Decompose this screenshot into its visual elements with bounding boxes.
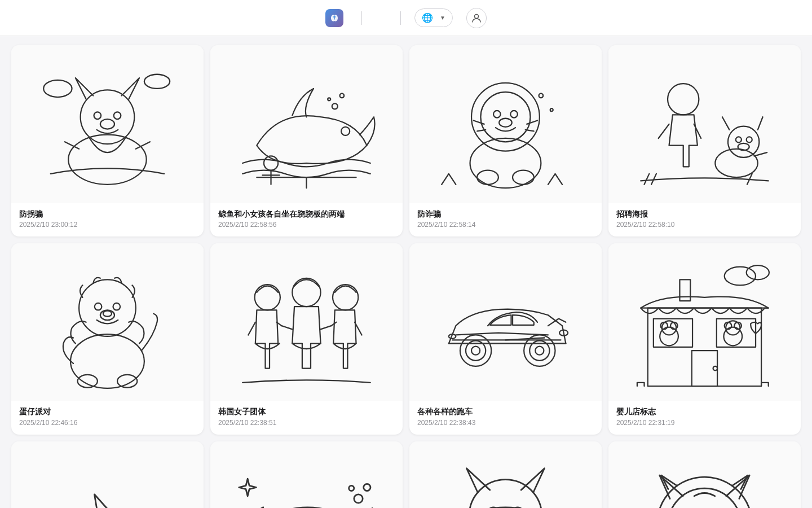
user-button[interactable] [466, 8, 487, 28]
svg-point-0 [474, 14, 478, 18]
svg-point-2 [81, 90, 135, 144]
card-10[interactable] [210, 441, 403, 508]
language-selector[interactable]: 🌐 ▼ [414, 8, 453, 27]
card-image-9 [11, 441, 204, 508]
card-title: 各种各样的跑车 [417, 406, 594, 417]
card-image-3 [409, 45, 602, 203]
nav-divider [361, 11, 362, 25]
svg-point-34 [103, 310, 112, 316]
card-date: 2025/2/10 22:38:43 [417, 419, 594, 427]
svg-point-7 [144, 75, 170, 89]
card-title: 婴儿店标志 [616, 406, 793, 417]
svg-point-25 [728, 126, 759, 157]
svg-point-31 [95, 303, 102, 310]
user-icon [471, 12, 482, 24]
svg-point-32 [113, 303, 121, 310]
svg-point-26 [736, 137, 742, 142]
card-2[interactable]: 鲸鱼和小女孩各自坐在跷跷板的两端2025/2/10 22:58:56 [210, 45, 403, 237]
card-date: 2025/2/10 22:58:56 [218, 221, 395, 229]
card-8[interactable]: 婴儿店标志2025/2/10 22:31:19 [608, 243, 801, 435]
svg-point-10 [340, 94, 345, 98]
svg-point-62 [725, 266, 756, 285]
card-12[interactable] [608, 441, 801, 508]
card-title: 蛋仔派对 [19, 406, 196, 417]
card-image-4 [608, 45, 801, 203]
svg-point-30 [79, 279, 136, 336]
chevron-down-icon: ▼ [440, 15, 445, 21]
logo-area[interactable] [325, 9, 348, 27]
card-title: 韩国女子团体 [218, 406, 395, 417]
card-title: 招聘海报 [616, 209, 793, 219]
svg-rect-61 [679, 279, 690, 301]
svg-point-1 [68, 135, 146, 185]
svg-point-8 [341, 127, 350, 135]
pricing-link[interactable] [376, 15, 387, 21]
svg-point-6 [43, 80, 72, 97]
card-1[interactable]: 防拐骗2025/2/10 23:00:12 [11, 45, 204, 237]
svg-point-33 [100, 310, 114, 320]
card-image-5 [11, 243, 204, 401]
card-date: 2025/2/10 22:58:10 [616, 221, 793, 229]
card-image-7 [409, 243, 602, 401]
card-7[interactable]: 各种各样的跑车2025/2/10 22:38:43 [409, 243, 602, 435]
card-title: 防拐骗 [19, 209, 196, 219]
svg-point-71 [349, 485, 354, 491]
card-date: 2025/2/10 22:31:19 [616, 419, 793, 427]
svg-point-36 [117, 375, 137, 388]
nav-divider-2 [400, 11, 401, 25]
svg-point-73 [469, 479, 542, 508]
svg-point-45 [535, 346, 544, 354]
card-9[interactable] [11, 441, 204, 508]
svg-point-29 [70, 334, 144, 388]
svg-point-38 [292, 278, 320, 306]
card-date: 2025/2/10 22:38:51 [218, 419, 395, 427]
svg-point-27 [747, 137, 752, 142]
svg-point-22 [550, 108, 553, 111]
logo-icon [325, 9, 343, 27]
svg-point-21 [539, 94, 544, 98]
svg-point-18 [499, 119, 512, 127]
svg-point-11 [328, 98, 330, 100]
card-image-1 [11, 45, 204, 203]
svg-point-39 [333, 284, 358, 310]
globe-icon: 🌐 [422, 12, 433, 23]
navbar: 🌐 ▼ [0, 0, 812, 36]
card-6[interactable]: 韩国女子团体2025/2/10 22:38:51 [210, 243, 403, 435]
card-title: 防诈骗 [417, 209, 594, 219]
card-image-12 [608, 441, 801, 508]
svg-point-24 [715, 149, 757, 177]
svg-point-17 [510, 111, 518, 118]
svg-point-80 [668, 488, 741, 508]
svg-point-20 [513, 170, 534, 185]
svg-point-63 [747, 265, 769, 279]
svg-point-5 [100, 119, 114, 129]
card-image-10 [210, 441, 403, 508]
svg-point-54 [660, 327, 678, 345]
card-5[interactable]: 蛋仔派对2025/2/10 22:46:16 [11, 243, 204, 435]
main-content: 防拐骗2025/2/10 23:00:12 鲸鱼和小女孩各自坐在跷跷板的两端20… [0, 36, 812, 508]
svg-point-37 [255, 284, 280, 310]
card-11[interactable] [409, 441, 602, 508]
svg-point-3 [94, 112, 102, 119]
svg-point-15 [480, 92, 530, 142]
svg-point-14 [471, 83, 540, 151]
card-date: 2025/2/10 23:00:12 [19, 221, 196, 229]
card-image-8 [608, 243, 801, 401]
svg-point-23 [668, 84, 699, 115]
svg-point-16 [493, 111, 501, 118]
svg-point-35 [78, 375, 98, 388]
card-image-2 [210, 45, 403, 203]
svg-point-9 [332, 103, 338, 109]
svg-point-13 [470, 138, 541, 188]
card-4[interactable]: 招聘海报2025/2/10 22:58:10 [608, 45, 801, 237]
svg-point-19 [477, 170, 498, 185]
card-image-11 [409, 441, 602, 508]
card-date: 2025/2/10 22:58:14 [417, 221, 594, 229]
svg-point-58 [723, 327, 742, 345]
svg-point-50 [713, 366, 718, 371]
card-title: 鲸鱼和小女孩各自坐在跷跷板的两端 [218, 209, 395, 219]
svg-point-69 [354, 494, 363, 502]
card-3[interactable]: 防诈骗2025/2/10 22:58:14 [409, 45, 602, 237]
svg-point-4 [114, 112, 121, 119]
svg-point-42 [471, 346, 480, 354]
